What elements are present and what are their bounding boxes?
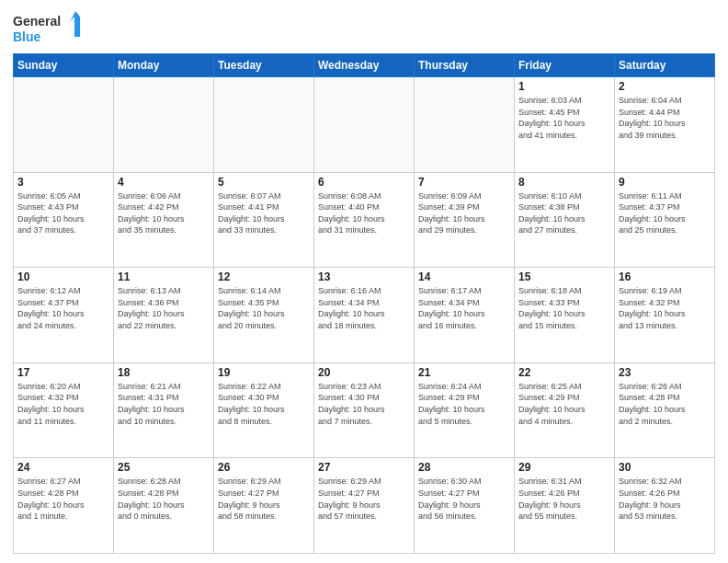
weekday-thursday: Thursday — [415, 54, 515, 77]
weekday-friday: Friday — [515, 54, 615, 77]
day-info: Sunrise: 6:29 AM Sunset: 4:27 PM Dayligh… — [318, 476, 410, 522]
weekday-wednesday: Wednesday — [314, 54, 415, 77]
weekday-sunday: Sunday — [14, 54, 114, 77]
calendar-cell: 15Sunrise: 6:18 AM Sunset: 4:33 PM Dayli… — [515, 268, 615, 363]
day-info: Sunrise: 6:22 AM Sunset: 4:30 PM Dayligh… — [218, 381, 310, 427]
calendar-cell: 9Sunrise: 6:11 AM Sunset: 4:37 PM Daylig… — [615, 172, 715, 268]
day-info: Sunrise: 6:20 AM Sunset: 4:32 PM Dayligh… — [17, 381, 109, 427]
day-info: Sunrise: 6:05 AM Sunset: 4:43 PM Dayligh… — [17, 190, 109, 236]
calendar-table: SundayMondayTuesdayWednesdayThursdayFrid… — [13, 53, 715, 554]
calendar-cell: 30Sunrise: 6:32 AM Sunset: 4:26 PM Dayli… — [615, 458, 715, 554]
calendar-cell — [114, 77, 214, 173]
day-number: 17 — [17, 366, 109, 379]
day-info: Sunrise: 6:26 AM Sunset: 4:28 PM Dayligh… — [619, 381, 711, 427]
day-info: Sunrise: 6:13 AM Sunset: 4:36 PM Dayligh… — [118, 285, 210, 331]
calendar-cell: 19Sunrise: 6:22 AM Sunset: 4:30 PM Dayli… — [214, 362, 314, 458]
calendar-cell: 25Sunrise: 6:28 AM Sunset: 4:28 PM Dayli… — [114, 458, 214, 554]
day-info: Sunrise: 6:17 AM Sunset: 4:34 PM Dayligh… — [418, 285, 510, 331]
day-number: 4 — [118, 176, 210, 189]
calendar-cell — [314, 77, 415, 173]
day-info: Sunrise: 6:07 AM Sunset: 4:41 PM Dayligh… — [218, 190, 310, 236]
calendar-cell: 28Sunrise: 6:30 AM Sunset: 4:27 PM Dayli… — [415, 458, 515, 554]
day-info: Sunrise: 6:30 AM Sunset: 4:27 PM Dayligh… — [418, 476, 510, 522]
day-number: 3 — [17, 176, 109, 189]
calendar-cell: 27Sunrise: 6:29 AM Sunset: 4:27 PM Dayli… — [314, 458, 415, 554]
day-info: Sunrise: 6:12 AM Sunset: 4:37 PM Dayligh… — [17, 285, 109, 331]
calendar-cell: 2Sunrise: 6:04 AM Sunset: 4:44 PM Daylig… — [615, 77, 715, 173]
calendar-cell: 10Sunrise: 6:12 AM Sunset: 4:37 PM Dayli… — [14, 268, 114, 363]
day-info: Sunrise: 6:14 AM Sunset: 4:35 PM Dayligh… — [218, 285, 310, 331]
day-number: 2 — [619, 80, 711, 93]
day-info: Sunrise: 6:18 AM Sunset: 4:33 PM Dayligh… — [518, 285, 610, 331]
day-number: 28 — [418, 461, 510, 474]
day-info: Sunrise: 6:32 AM Sunset: 4:26 PM Dayligh… — [619, 476, 711, 522]
day-number: 27 — [318, 461, 410, 474]
day-number: 30 — [619, 461, 711, 474]
day-number: 16 — [619, 270, 711, 283]
day-number: 22 — [518, 366, 610, 379]
day-info: Sunrise: 6:25 AM Sunset: 4:29 PM Dayligh… — [518, 381, 610, 427]
day-number: 6 — [318, 176, 410, 189]
weekday-header-row: SundayMondayTuesdayWednesdayThursdayFrid… — [14, 54, 715, 77]
calendar-cell: 18Sunrise: 6:21 AM Sunset: 4:31 PM Dayli… — [114, 362, 214, 458]
day-info: Sunrise: 6:16 AM Sunset: 4:34 PM Dayligh… — [318, 285, 410, 331]
day-info: Sunrise: 6:08 AM Sunset: 4:40 PM Dayligh… — [318, 190, 410, 236]
calendar-cell: 5Sunrise: 6:07 AM Sunset: 4:41 PM Daylig… — [214, 172, 314, 268]
week-row-0: 1Sunrise: 6:03 AM Sunset: 4:45 PM Daylig… — [14, 77, 715, 173]
calendar-cell: 26Sunrise: 6:29 AM Sunset: 4:27 PM Dayli… — [214, 458, 314, 554]
calendar-cell: 12Sunrise: 6:14 AM Sunset: 4:35 PM Dayli… — [214, 268, 314, 363]
day-info: Sunrise: 6:06 AM Sunset: 4:42 PM Dayligh… — [118, 190, 210, 236]
calendar-cell: 6Sunrise: 6:08 AM Sunset: 4:40 PM Daylig… — [314, 172, 415, 268]
calendar-cell: 17Sunrise: 6:20 AM Sunset: 4:32 PM Dayli… — [14, 362, 114, 458]
day-number: 11 — [118, 270, 210, 283]
weekday-saturday: Saturday — [615, 54, 715, 77]
day-info: Sunrise: 6:11 AM Sunset: 4:37 PM Dayligh… — [619, 190, 711, 236]
calendar-cell: 16Sunrise: 6:19 AM Sunset: 4:32 PM Dayli… — [615, 268, 715, 363]
day-number: 21 — [418, 366, 510, 379]
calendar-cell: 29Sunrise: 6:31 AM Sunset: 4:26 PM Dayli… — [515, 458, 615, 554]
day-info: Sunrise: 6:29 AM Sunset: 4:27 PM Dayligh… — [218, 476, 310, 522]
calendar-cell: 24Sunrise: 6:27 AM Sunset: 4:28 PM Dayli… — [14, 458, 114, 554]
calendar-cell — [415, 77, 515, 173]
svg-text:General: General — [13, 14, 61, 29]
day-info: Sunrise: 6:31 AM Sunset: 4:26 PM Dayligh… — [518, 476, 610, 522]
svg-text:Blue: Blue — [13, 29, 41, 44]
svg-marker-2 — [70, 11, 85, 37]
day-number: 5 — [218, 176, 310, 189]
calendar-cell: 14Sunrise: 6:17 AM Sunset: 4:34 PM Dayli… — [415, 268, 515, 363]
weekday-tuesday: Tuesday — [214, 54, 314, 77]
day-number: 14 — [418, 270, 510, 283]
day-number: 20 — [318, 366, 410, 379]
day-info: Sunrise: 6:27 AM Sunset: 4:28 PM Dayligh… — [17, 476, 109, 522]
day-number: 26 — [218, 461, 310, 474]
logo: General Blue — [13, 9, 86, 46]
day-number: 7 — [418, 176, 510, 189]
calendar-cell: 4Sunrise: 6:06 AM Sunset: 4:42 PM Daylig… — [114, 172, 214, 268]
day-number: 24 — [17, 461, 109, 474]
day-number: 25 — [118, 461, 210, 474]
day-info: Sunrise: 6:24 AM Sunset: 4:29 PM Dayligh… — [418, 381, 510, 427]
calendar-cell: 8Sunrise: 6:10 AM Sunset: 4:38 PM Daylig… — [515, 172, 615, 268]
day-info: Sunrise: 6:09 AM Sunset: 4:39 PM Dayligh… — [418, 190, 510, 236]
day-info: Sunrise: 6:28 AM Sunset: 4:28 PM Dayligh… — [118, 476, 210, 522]
day-info: Sunrise: 6:03 AM Sunset: 4:45 PM Dayligh… — [518, 95, 610, 141]
week-row-2: 10Sunrise: 6:12 AM Sunset: 4:37 PM Dayli… — [14, 268, 715, 363]
calendar-cell: 22Sunrise: 6:25 AM Sunset: 4:29 PM Dayli… — [515, 362, 615, 458]
day-number: 19 — [218, 366, 310, 379]
calendar-cell: 3Sunrise: 6:05 AM Sunset: 4:43 PM Daylig… — [14, 172, 114, 268]
day-number: 9 — [619, 176, 711, 189]
day-number: 13 — [318, 270, 410, 283]
calendar-cell: 21Sunrise: 6:24 AM Sunset: 4:29 PM Dayli… — [415, 362, 515, 458]
week-row-4: 24Sunrise: 6:27 AM Sunset: 4:28 PM Dayli… — [14, 458, 715, 554]
calendar-cell — [14, 77, 114, 173]
day-info: Sunrise: 6:10 AM Sunset: 4:38 PM Dayligh… — [518, 190, 610, 236]
day-number: 18 — [118, 366, 210, 379]
day-number: 8 — [518, 176, 610, 189]
weekday-monday: Monday — [114, 54, 214, 77]
day-number: 23 — [619, 366, 711, 379]
day-info: Sunrise: 6:04 AM Sunset: 4:44 PM Dayligh… — [619, 95, 711, 141]
calendar-cell: 20Sunrise: 6:23 AM Sunset: 4:30 PM Dayli… — [314, 362, 415, 458]
calendar-cell — [214, 77, 314, 173]
day-info: Sunrise: 6:21 AM Sunset: 4:31 PM Dayligh… — [118, 381, 210, 427]
calendar-cell: 13Sunrise: 6:16 AM Sunset: 4:34 PM Dayli… — [314, 268, 415, 363]
